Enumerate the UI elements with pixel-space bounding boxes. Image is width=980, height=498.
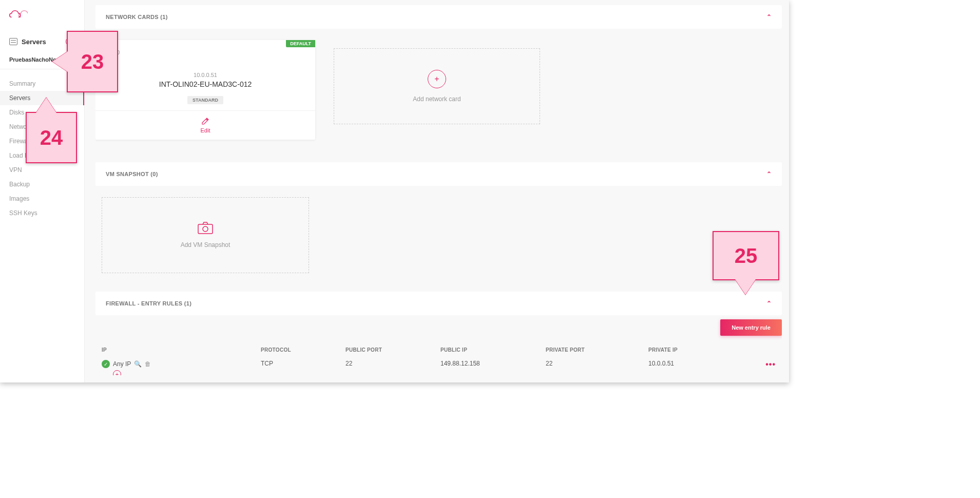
col-ip: IP xyxy=(102,347,261,353)
svg-point-1 xyxy=(203,226,208,232)
card-tier: STANDARD xyxy=(187,96,223,104)
eth-label: ETH 0 xyxy=(104,49,120,55)
nav-images[interactable]: Images xyxy=(0,191,84,206)
firewall-table: IP PROTOCOL PUBLIC PORT PUBLIC IP PRIVAT… xyxy=(95,341,782,375)
nav-backup[interactable]: Backup xyxy=(0,177,84,191)
rule-private-port: 22 xyxy=(546,360,648,367)
add-network-card[interactable]: + Add network card xyxy=(334,48,540,124)
row-more-button[interactable]: ••• xyxy=(755,360,776,369)
rule-ip: Any IP xyxy=(113,360,131,368)
brand-logo xyxy=(0,0,84,29)
rule-public-ip: 149.88.12.158 xyxy=(440,360,546,367)
network-panel-title: NETWORK CARDS (1) xyxy=(106,14,168,20)
col-protocol: PROTOCOL xyxy=(261,347,345,353)
col-public-port: PUBLIC PORT xyxy=(345,347,440,353)
snapshot-panel: VM SNAPSHOT (0) ⌃ xyxy=(95,162,782,186)
chevron-down-icon xyxy=(72,59,75,61)
add-server-button[interactable]: + xyxy=(66,37,75,46)
nav-sshkeys[interactable]: SSH Keys xyxy=(0,206,84,220)
add-network-label: Add network card xyxy=(413,95,460,103)
snapshot-panel-header[interactable]: VM SNAPSHOT (0) ⌃ xyxy=(95,162,782,186)
sidebar-header: Servers + xyxy=(0,29,84,50)
nav-vpn[interactable]: VPN xyxy=(0,163,84,177)
plus-icon: + xyxy=(428,70,446,88)
firewall-panel: FIREWALL - ENTRY RULES (1) ⌃ xyxy=(95,292,782,315)
project-name: PruebasNachoNov2024 xyxy=(9,56,72,63)
trash-icon[interactable]: 🗑 xyxy=(145,360,151,368)
svg-rect-0 xyxy=(198,224,213,234)
nav-loadbalancers[interactable]: Load Balancers xyxy=(0,148,84,163)
camera-icon xyxy=(198,222,213,234)
chevron-up-icon: ⌃ xyxy=(766,300,772,307)
nav-firewall[interactable]: Firewall xyxy=(0,134,84,148)
chevron-up-icon: ⌃ xyxy=(766,170,772,178)
firewall-table-head: IP PROTOCOL PUBLIC PORT PUBLIC IP PRIVAT… xyxy=(102,343,776,357)
rule-protocol: TCP xyxy=(261,360,345,367)
search-icon[interactable]: 🔍 xyxy=(134,360,142,368)
chevron-up-icon: ⌃ xyxy=(766,13,772,21)
add-snapshot-label: Add VM Snapshot xyxy=(181,241,230,248)
default-badge: DEFAULT xyxy=(286,40,315,47)
new-entry-rule-button[interactable]: New entry rule xyxy=(720,319,782,336)
nav-disks[interactable]: Disks xyxy=(0,105,84,120)
rule-public-port: 22 xyxy=(345,360,440,367)
sidebar-nav: Summary Servers Disks Networks/IPs Firew… xyxy=(0,69,84,220)
rule-private-ip: 10.0.0.51 xyxy=(648,360,755,367)
edit-icon xyxy=(201,117,209,125)
edit-label: Edit xyxy=(201,127,210,133)
add-snapshot-card[interactable]: Add VM Snapshot xyxy=(102,197,309,273)
col-private-port: PRIVATE PORT xyxy=(546,347,648,353)
nav-networks[interactable]: Networks/IPs xyxy=(0,120,84,134)
project-selector[interactable]: PruebasNachoNov2024 xyxy=(0,50,84,69)
nav-servers[interactable]: Servers xyxy=(0,91,84,105)
network-panel-header[interactable]: NETWORK CARDS (1) ⌃ xyxy=(95,5,782,29)
main-content: NETWORK CARDS (1) ⌃ ETH 0 DEFAULT 10.0.0… xyxy=(95,5,782,375)
add-ip-button[interactable]: + xyxy=(113,370,121,375)
firewall-rule-row: ✓ Any IP 🔍 🗑 + TCP 22 149.88.12.158 22 1… xyxy=(102,357,776,375)
col-private-ip: PRIVATE IP xyxy=(648,347,755,353)
col-public-ip: PUBLIC IP xyxy=(440,347,546,353)
network-cards-panel: NETWORK CARDS (1) ⌃ xyxy=(95,5,782,29)
card-name: INT-OLIN02-EU-MAD3C-012 xyxy=(101,80,310,88)
network-cards-row: ETH 0 DEFAULT 10.0.0.51 INT-OLIN02-EU-MA… xyxy=(95,37,782,140)
sidebar-title: Servers xyxy=(22,38,46,46)
firewall-panel-header[interactable]: FIREWALL - ENTRY RULES (1) ⌃ xyxy=(95,292,782,315)
edit-card-button[interactable]: Edit xyxy=(95,110,315,140)
nav-summary[interactable]: Summary xyxy=(0,76,84,91)
servers-icon xyxy=(9,38,17,45)
sidebar: Servers + PruebasNachoNov2024 Summary Se… xyxy=(0,0,85,382)
card-ip: 10.0.0.51 xyxy=(101,72,310,78)
snapshot-panel-title: VM SNAPSHOT (0) xyxy=(106,171,158,177)
check-icon: ✓ xyxy=(102,360,110,368)
firewall-panel-title: FIREWALL - ENTRY RULES (1) xyxy=(106,300,191,307)
network-card: ETH 0 DEFAULT 10.0.0.51 INT-OLIN02-EU-MA… xyxy=(95,40,315,140)
